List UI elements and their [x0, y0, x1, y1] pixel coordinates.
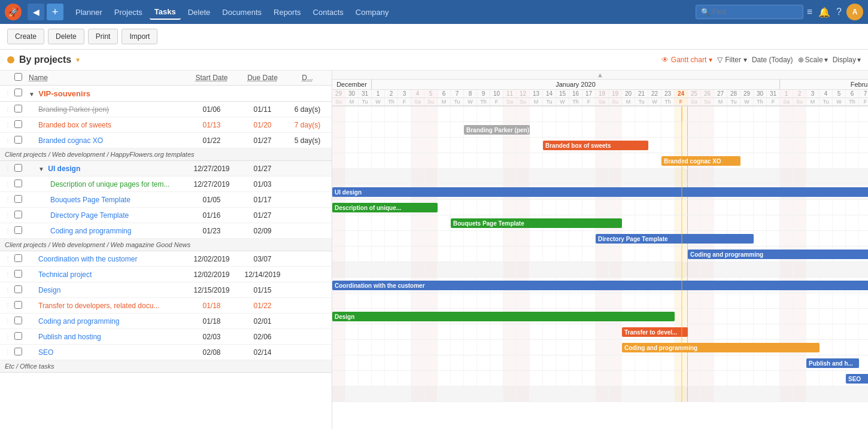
project-link-vip[interactable]: VIP-souvenirs — [38, 89, 90, 98]
nav-actions[interactable]: Delete — [183, 5, 216, 19]
collapse-ui[interactable]: ▼ — [38, 166, 44, 172]
nav-reports[interactable]: Reports — [269, 5, 306, 19]
help-icon[interactable]: ? — [835, 5, 843, 19]
task-checkbox-t11[interactable] — [14, 301, 26, 311]
task-start-t5: 01/05 — [186, 196, 237, 204]
collapse-vip[interactable]: ▼ — [29, 91, 35, 98]
gantt-cell — [490, 293, 503, 308]
task-checkbox-t2[interactable] — [14, 120, 26, 130]
drag-handle-ui[interactable]: ⋮⋮ — [5, 165, 14, 172]
start-date-col-header[interactable]: Start Date — [186, 74, 237, 82]
nav-planner[interactable]: Planner — [71, 5, 107, 19]
gantt-day-number: 17 — [582, 90, 596, 98]
drag-handle[interactable]: ⋮⋮ — [5, 90, 14, 97]
task-name-t13[interactable]: Publish and hosting — [26, 333, 186, 341]
drag-handle-t8[interactable]: ⋮⋮ — [5, 255, 14, 262]
task-name-t5[interactable]: Bouquets Page Template — [26, 196, 186, 204]
filter-button[interactable]: ▽ Filter ▾ — [717, 56, 747, 64]
project-link-ui[interactable]: UI design — [48, 165, 80, 173]
task-name-t14[interactable]: SEO — [26, 348, 186, 357]
avatar[interactable]: A — [846, 4, 863, 20]
drag-handle-t4[interactable]: ⋮⋮ — [5, 181, 14, 187]
search-box[interactable]: 🔍 — [696, 5, 803, 19]
task-checkbox-t12[interactable] — [14, 317, 26, 326]
gantt-cell — [740, 355, 754, 370]
duration-col-header[interactable]: D... — [288, 74, 327, 82]
task-name-t8[interactable]: Coordination with the customer — [26, 255, 186, 263]
task-checkbox-t14[interactable] — [14, 348, 26, 357]
task-name-t6[interactable]: Directory Page Template — [26, 211, 186, 220]
task-checkbox-t13[interactable] — [14, 332, 26, 342]
drag-handle-t13[interactable]: ⋮⋮ — [5, 333, 14, 340]
scroll-up-arrow[interactable]: ▲ — [332, 71, 868, 80]
nav-projects[interactable]: Projects — [110, 5, 147, 19]
delete-button[interactable]: Delete — [48, 29, 84, 44]
gantt-cell — [424, 247, 438, 261]
drag-handle-t14[interactable]: ⋮⋮ — [5, 349, 14, 355]
gantt-cell — [833, 169, 846, 184]
gantt-cell — [833, 387, 846, 401]
drag-handle-t3[interactable]: ⋮⋮ — [5, 137, 14, 144]
task-checkbox-t10[interactable] — [14, 285, 26, 295]
print-button[interactable]: Print — [88, 29, 119, 44]
gantt-chart-button[interactable]: 👁 Gantt chart ▾ — [661, 56, 712, 64]
app-logo[interactable]: 🚀 — [5, 4, 22, 20]
create-button[interactable]: Create — [7, 29, 44, 44]
dropdown-arrow[interactable]: ▾ — [76, 56, 80, 64]
drag-handle-t6[interactable]: ⋮⋮ — [5, 212, 14, 218]
search-input[interactable] — [712, 8, 790, 16]
task-name-t3[interactable]: Branded cognac XO — [26, 136, 186, 145]
task-checkbox-vip[interactable] — [14, 89, 26, 98]
task-name-t12[interactable]: Coding and programming — [26, 317, 186, 326]
nav-company[interactable]: Company — [351, 5, 394, 19]
drag-handle-t5[interactable]: ⋮⋮ — [5, 196, 14, 203]
back-button[interactable]: ◀ — [28, 4, 44, 20]
task-checkbox-t9[interactable] — [14, 270, 26, 279]
gantt-cell — [517, 153, 530, 168]
task-checkbox-t5[interactable] — [14, 195, 26, 205]
check-all[interactable] — [14, 73, 26, 83]
nav-documents[interactable]: Documents — [217, 5, 266, 19]
task-name-t4[interactable]: Description of unique pages for tem... — [26, 180, 186, 188]
drag-handle-t7[interactable]: ⋮⋮ — [5, 227, 14, 234]
name-col-header[interactable]: Name — [26, 74, 186, 82]
nav-contacts[interactable]: Contacts — [308, 5, 348, 19]
drag-handle-t11[interactable]: ⋮⋮ — [5, 302, 14, 309]
display-button[interactable]: Display ▾ — [833, 56, 861, 64]
task-checkbox-t4[interactable] — [14, 180, 26, 189]
task-checkbox-t1[interactable] — [14, 105, 26, 114]
gantt-cell — [345, 262, 359, 277]
task-name-t7[interactable]: Coding and programming — [26, 227, 186, 235]
import-button[interactable]: Import — [122, 29, 157, 44]
add-button[interactable]: + — [47, 4, 63, 20]
task-checkbox-t3[interactable] — [14, 136, 26, 145]
drag-handle-t9[interactable]: ⋮⋮ — [5, 271, 14, 278]
task-name-t11[interactable]: Transfer to developers, related docu... — [26, 302, 186, 310]
gantt-icon: 👁 — [661, 56, 669, 64]
task-name-t1[interactable]: Branding Parker (pen) — [26, 105, 186, 114]
task-checkbox-t8[interactable] — [14, 254, 26, 264]
gantt-cell — [859, 138, 868, 153]
drag-handle-t2[interactable]: ⋮⋮ — [5, 121, 14, 128]
task-checkbox-t6[interactable] — [14, 211, 26, 220]
task-name-t9[interactable]: Technical project — [26, 270, 186, 279]
bell-icon[interactable]: 🔔 — [817, 5, 831, 19]
task-checkbox-ui[interactable] — [14, 164, 26, 174]
task-name-t2[interactable]: Branded box of sweets — [26, 121, 186, 129]
drag-handle-t12[interactable]: ⋮⋮ — [5, 318, 14, 324]
select-all-checkbox[interactable] — [14, 73, 22, 81]
gantt-cell — [424, 215, 438, 230]
scale-button[interactable]: ⊕ Scale ▾ — [798, 56, 828, 64]
gantt-panel[interactable]: ▲ DecemberJanuary 2020February 202029303… — [332, 71, 868, 429]
gantt-cell — [780, 122, 793, 137]
task-name-t10[interactable]: Design — [26, 286, 186, 294]
gantt-cell — [806, 169, 820, 184]
nav-tasks[interactable]: Tasks — [150, 5, 181, 20]
drag-handle-t10[interactable]: ⋮⋮ — [5, 287, 14, 293]
gantt-row — [332, 387, 868, 402]
drag-handle-t1[interactable]: ⋮⋮ — [5, 106, 14, 112]
due-date-col-header[interactable]: Due Date — [237, 74, 288, 82]
gantt-cell — [438, 153, 451, 168]
task-checkbox-t7[interactable] — [14, 226, 26, 236]
menu-icon[interactable]: ≡ — [806, 5, 814, 19]
